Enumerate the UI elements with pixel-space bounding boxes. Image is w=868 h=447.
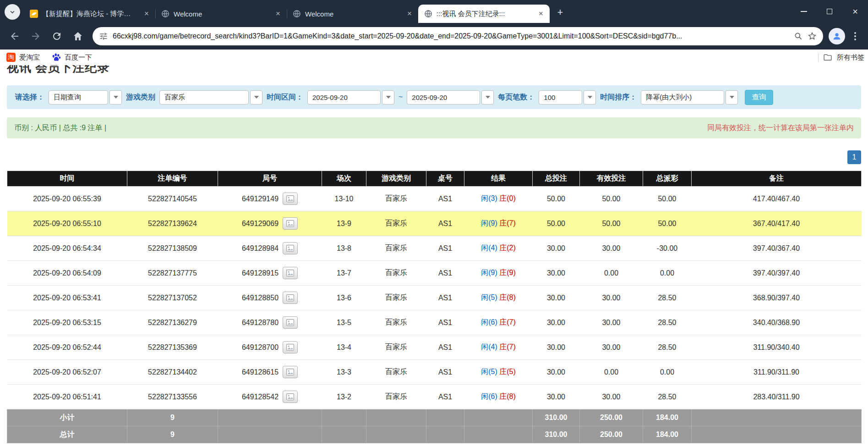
cell-total-bet[interactable]: 30.00 (533, 385, 580, 409)
reload-button[interactable] (48, 27, 66, 45)
bookmark-star-icon[interactable] (808, 32, 817, 41)
table-row: 2025-09-20 06:52:07 522827134402 6491286… (7, 360, 862, 385)
browser-tab-active[interactable]: :::视讯 会员下注纪录::: (418, 5, 550, 23)
bookmark-baidu[interactable]: 百度一下 (52, 53, 92, 62)
chevron-down-icon[interactable] (109, 90, 122, 105)
cell-bet-no: 522827136279 (127, 310, 218, 335)
result-banker: 庄(7) (499, 219, 516, 227)
browser-toolbar: 66cxkj98.com/game/betrecord_search/kind3… (0, 23, 868, 50)
cell-payout: 0.00 (643, 261, 692, 286)
page-number-button[interactable]: 1 (847, 150, 861, 164)
cell-table-no: AS1 (426, 310, 464, 335)
close-window-button[interactable] (842, 0, 868, 23)
home-button[interactable] (69, 27, 87, 45)
cell-total-bet[interactable]: 50.00 (533, 211, 580, 236)
date-end-value[interactable]: 2025-09-20 (407, 90, 480, 105)
round-detail-button[interactable] (283, 292, 298, 304)
round-number: 649129149 (242, 195, 278, 203)
tab-close-icon[interactable] (142, 9, 152, 19)
chevron-down-icon[interactable] (726, 90, 738, 105)
cell-total-bet[interactable]: 30.00 (533, 360, 580, 385)
sort-value[interactable]: 降幂(由大到小) (641, 90, 724, 105)
address-bar[interactable]: 66cxkj98.com/game/betrecord_search/kind3… (93, 27, 823, 45)
cell-total-bet[interactable]: 30.00 (533, 335, 580, 360)
cell-total-bet[interactable]: 50.00 (533, 187, 580, 211)
picture-icon (286, 294, 294, 301)
date-start-combo[interactable]: 2025-09-20 (307, 90, 394, 105)
cell-bet-no: 522827137052 (127, 286, 218, 310)
select-label: 请选择： (15, 93, 44, 102)
round-detail-button[interactable] (283, 366, 298, 378)
forward-icon (30, 31, 41, 42)
profile-button[interactable] (829, 28, 845, 44)
tab-close-icon[interactable] (273, 9, 283, 19)
date-end-combo[interactable]: 2025-09-20 (407, 90, 494, 105)
search-button[interactable]: 查询 (745, 90, 773, 105)
page-size-value[interactable]: 100 (539, 90, 582, 105)
round-detail-button[interactable] (283, 391, 298, 403)
cell-bet-no: 522827135369 (127, 335, 218, 360)
cell-note: 397.40/367.40 (692, 236, 862, 261)
chevron-down-icon[interactable] (382, 90, 394, 105)
round-detail-button[interactable] (283, 217, 298, 230)
tab-close-icon[interactable] (536, 9, 546, 19)
site-info-icon[interactable] (99, 32, 108, 41)
round-number: 649128615 (242, 368, 278, 376)
chevron-down-icon[interactable] (481, 90, 494, 105)
cell-total-bet[interactable]: 30.00 (533, 310, 580, 335)
forward-button[interactable] (27, 27, 45, 45)
cell-total-bet[interactable]: 30.00 (533, 286, 580, 310)
query-mode-value[interactable]: 日期查询 (49, 90, 108, 105)
new-tab-button[interactable] (553, 6, 567, 19)
date-start-value[interactable]: 2025-09-20 (307, 90, 381, 105)
cell-session: 13-10 (322, 187, 366, 211)
game-category-combo[interactable]: 百家乐 (159, 90, 262, 105)
round-cell: 649129069 (218, 217, 322, 230)
game-category-label: 游戏类别 (126, 93, 155, 102)
query-mode-combo[interactable]: 日期查询 (49, 90, 122, 105)
browser-tab-welcome-1[interactable]: Welcome (155, 5, 287, 23)
round-detail-button[interactable] (283, 242, 298, 254)
picture-icon (286, 270, 294, 276)
grand-total-row: 总计 9 310.00 250.00 184.00 (7, 426, 862, 443)
browser-menu-button[interactable] (848, 27, 863, 45)
browser-tab-forum[interactable]: 【新提醒】海燕论坛 - 博学交流 (24, 5, 155, 23)
round-cell: 649129149 (218, 193, 322, 205)
cell-bet-no: 522827140545 (127, 187, 218, 211)
sort-combo[interactable]: 降幂(由大到小) (641, 90, 738, 105)
chevron-down-icon[interactable] (250, 90, 262, 105)
cell-table-no: AS1 (426, 187, 464, 211)
close-icon (852, 6, 858, 17)
cell-valid-bet: 0.00 (580, 261, 643, 286)
result-player: 闲(4) (481, 244, 497, 252)
cell-valid-bet: 30.00 (580, 335, 643, 360)
cell-time: 2025-09-20 06:52:44 (7, 335, 127, 360)
url-text[interactable]: 66cxkj98.com/game/betrecord_search/kind3… (113, 32, 789, 40)
summary-bar: 币别 : 人民币 | 总共 :9 注单 | 同局有效投注，统一计算在该局第一张注… (7, 117, 861, 138)
cell-total-bet[interactable]: 30.00 (533, 236, 580, 261)
header-session: 场次 (322, 171, 366, 187)
result-banker: 庄(8) (499, 293, 516, 301)
tab-search-button[interactable] (5, 4, 20, 20)
round-detail-button[interactable] (283, 341, 298, 353)
tab-close-icon[interactable] (404, 9, 415, 19)
chevron-down-icon[interactable] (584, 90, 596, 105)
search-icon[interactable] (794, 32, 803, 41)
cell-note: 311.90/340.40 (692, 335, 862, 360)
cell-total-bet[interactable]: 30.00 (533, 261, 580, 286)
round-detail-button[interactable] (283, 193, 298, 205)
back-button[interactable] (5, 27, 24, 45)
bookmark-taobao[interactable]: 淘 爱淘宝 (6, 53, 40, 62)
browser-tab-welcome-2[interactable]: Welcome (287, 5, 418, 23)
minimize-button[interactable] (791, 0, 817, 23)
maximize-button[interactable] (817, 0, 842, 23)
round-detail-button[interactable] (283, 267, 298, 279)
all-bookmarks[interactable]: 所有书签 (818, 53, 864, 62)
page-size-combo[interactable]: 100 (539, 90, 596, 105)
page-size-label: 每页笔数： (498, 93, 535, 102)
game-category-value[interactable]: 百家乐 (159, 90, 249, 105)
cell-table-no: AS1 (426, 335, 464, 360)
round-detail-button[interactable] (283, 316, 298, 329)
forum-favicon-icon (30, 10, 38, 18)
cell-note: 311.90/311.90 (692, 360, 862, 385)
